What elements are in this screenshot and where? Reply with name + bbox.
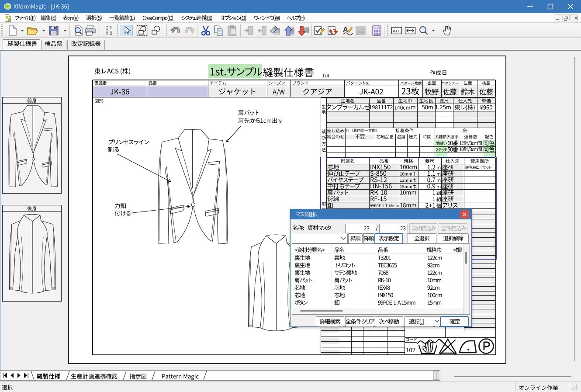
svg-text:2: 2 bbox=[110, 31, 112, 36]
svg-text:ALL: ALL bbox=[393, 28, 401, 33]
svg-text:A: A bbox=[343, 26, 348, 33]
svg-text:1: 1 bbox=[110, 25, 112, 30]
